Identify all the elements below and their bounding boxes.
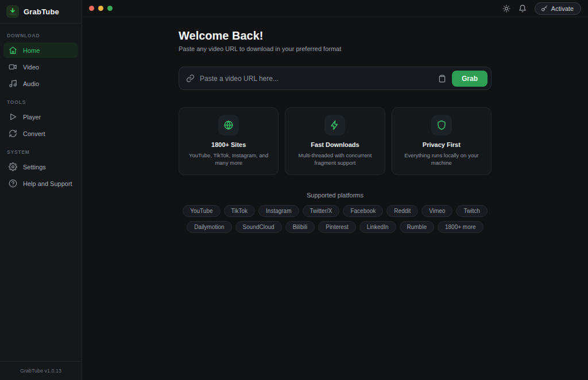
notifications-button[interactable] bbox=[519, 5, 527, 13]
titlebar: Activate bbox=[82, 0, 588, 17]
window-maximize-button[interactable] bbox=[107, 6, 113, 11]
url-input-bar: Grab bbox=[179, 67, 492, 90]
platform-pill-instagram[interactable]: Instagram bbox=[258, 205, 299, 217]
platform-pill-dailymotion[interactable]: Dailymotion bbox=[187, 221, 231, 233]
page-subtitle: Paste any video URL to download in your … bbox=[179, 45, 492, 52]
card-title: 1800+ Sites bbox=[185, 141, 272, 148]
window-minimize-button[interactable] bbox=[98, 6, 103, 11]
card-sites: 1800+ Sites YouTube, TikTok, Instagram, … bbox=[179, 107, 278, 175]
nav-section-download: DOWNLOAD bbox=[0, 26, 82, 41]
activate-button-label: Activate bbox=[551, 5, 574, 12]
app-version: GrabTube v1.0.13 bbox=[0, 361, 82, 380]
grab-button[interactable]: Grab bbox=[452, 71, 488, 87]
sidebar: GrabTube DOWNLOAD Home Video bbox=[0, 0, 82, 380]
home-icon bbox=[9, 46, 17, 55]
video-camera-icon bbox=[9, 63, 17, 71]
platforms-title: Supported platforms bbox=[179, 192, 492, 199]
sidebar-item-label: Settings bbox=[23, 164, 46, 170]
card-description: Everything runs locally on your machine bbox=[398, 152, 485, 167]
convert-refresh-icon bbox=[9, 129, 17, 138]
platform-pill-more[interactable]: 1800+ more bbox=[438, 221, 483, 233]
music-note-icon bbox=[9, 79, 17, 88]
card-description: Multi-threaded with concurrent fragment … bbox=[291, 152, 378, 167]
window-close-button[interactable] bbox=[89, 6, 94, 11]
sidebar-item-label: Player bbox=[23, 114, 41, 121]
platform-pill-linkedin[interactable]: LinkedIn bbox=[359, 221, 396, 233]
sidebar-item-label: Help and Support bbox=[23, 180, 72, 187]
card-privacy: Privacy First Everything runs locally on… bbox=[392, 107, 492, 175]
sidebar-item-audio[interactable]: Audio bbox=[3, 76, 78, 91]
sidebar-item-home[interactable]: Home bbox=[3, 42, 78, 58]
sidebar-item-label: Home bbox=[23, 47, 40, 54]
card-description: YouTube, TikTok, Instagram, and many mor… bbox=[185, 152, 272, 167]
gear-icon bbox=[9, 162, 17, 171]
platform-pill-bilibili[interactable]: Bilibili bbox=[285, 221, 315, 233]
page-title: Welcome Back! bbox=[179, 29, 492, 42]
play-icon bbox=[9, 113, 17, 121]
sidebar-item-player[interactable]: Player bbox=[3, 109, 78, 125]
sidebar-nav: DOWNLOAD Home Video Audio bbox=[0, 24, 82, 192]
card-title: Fast Downloads bbox=[291, 141, 378, 148]
paste-from-clipboard-button[interactable] bbox=[436, 72, 448, 85]
platform-pills: YouTube TikTok Instagram Twitter/X Faceb… bbox=[181, 205, 489, 233]
card-fast-downloads: Fast Downloads Multi-threaded with concu… bbox=[285, 107, 385, 175]
theme-toggle-button[interactable] bbox=[502, 5, 510, 13]
platform-pill-reddit[interactable]: Reddit bbox=[386, 205, 418, 217]
platform-pill-twitter-x[interactable]: Twitter/X bbox=[303, 205, 340, 217]
app-title: GrabTube bbox=[24, 7, 59, 16]
key-icon bbox=[541, 5, 548, 12]
platform-pill-pinterest[interactable]: Pinterest bbox=[318, 221, 355, 233]
platform-pill-facebook[interactable]: Facebook bbox=[343, 205, 383, 217]
platform-pill-soundcloud[interactable]: SoundCloud bbox=[235, 221, 282, 233]
content: Welcome Back! Paste any video URL to dow… bbox=[179, 17, 492, 233]
sidebar-item-video[interactable]: Video bbox=[3, 59, 78, 75]
download-arrow-icon bbox=[9, 7, 17, 15]
sidebar-item-label: Video bbox=[23, 64, 39, 71]
window-controls bbox=[89, 6, 113, 11]
globe-icon bbox=[218, 115, 239, 135]
link-icon bbox=[186, 74, 195, 83]
activate-button[interactable]: Activate bbox=[535, 2, 581, 15]
clipboard-icon bbox=[438, 75, 446, 83]
lightning-icon bbox=[324, 115, 345, 135]
sidebar-item-convert[interactable]: Convert bbox=[3, 126, 78, 141]
sidebar-item-label: Audio bbox=[23, 80, 39, 87]
help-circle-icon bbox=[9, 179, 17, 188]
card-title: Privacy First bbox=[398, 141, 485, 148]
sun-icon bbox=[502, 5, 510, 13]
feature-cards: 1800+ Sites YouTube, TikTok, Instagram, … bbox=[179, 107, 492, 175]
bell-icon bbox=[519, 5, 527, 13]
sidebar-item-label: Convert bbox=[23, 130, 45, 137]
platform-pill-tiktok[interactable]: TikTok bbox=[224, 205, 256, 217]
shield-icon bbox=[431, 115, 452, 135]
platform-pill-youtube[interactable]: YouTube bbox=[183, 205, 220, 217]
nav-section-tools: TOOLS bbox=[0, 92, 82, 108]
url-input[interactable] bbox=[200, 75, 436, 83]
sidebar-item-settings[interactable]: Settings bbox=[3, 159, 78, 175]
app-header: GrabTube bbox=[0, 0, 82, 24]
platform-pill-twitch[interactable]: Twitch bbox=[456, 205, 487, 217]
titlebar-actions: Activate bbox=[502, 2, 581, 15]
platform-pill-vimeo[interactable]: Vimeo bbox=[421, 205, 452, 217]
platform-pill-rumble[interactable]: Rumble bbox=[400, 221, 434, 233]
sidebar-item-help[interactable]: Help and Support bbox=[3, 176, 78, 191]
app-logo bbox=[6, 5, 19, 18]
main-area: Activate Welcome Back! Paste any video U… bbox=[82, 0, 588, 380]
nav-section-system: SYSTEM bbox=[0, 142, 82, 158]
